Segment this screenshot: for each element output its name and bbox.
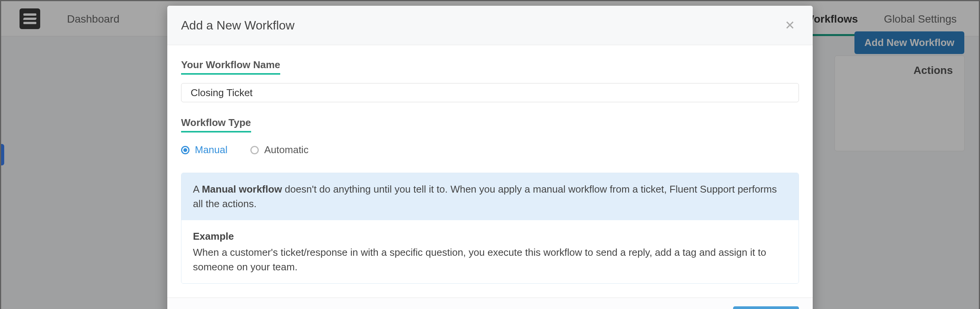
example-title: Example (193, 229, 787, 244)
workflow-type-label: Workflow Type (181, 117, 251, 132)
radio-manual[interactable]: Manual (181, 144, 227, 156)
modal-title: Add a New Workflow (181, 18, 294, 33)
radio-icon (181, 146, 189, 154)
workflow-name-label: Your Workflow Name (181, 59, 280, 75)
close-icon[interactable]: ✕ (781, 16, 799, 34)
workflow-type-radios: Manual Automatic (181, 144, 799, 156)
example-text: When a customer's ticket/response in wit… (193, 247, 766, 273)
info-box-description: A Manual workflow doesn't do anything un… (181, 173, 799, 220)
modal-footer: Continue (167, 298, 813, 309)
modal-header: Add a New Workflow ✕ (167, 6, 813, 45)
continue-button[interactable]: Continue (733, 306, 799, 309)
radio-automatic[interactable]: Automatic (250, 144, 309, 156)
workflow-name-input[interactable] (181, 83, 799, 102)
radio-icon (250, 146, 259, 154)
info-box-example: Example When a customer's ticket/respons… (181, 220, 799, 283)
radio-automatic-label: Automatic (264, 144, 309, 156)
info-prefix: A (193, 183, 202, 195)
modal-body: Your Workflow Name Workflow Type Manual … (167, 45, 813, 298)
info-bold: Manual workflow (202, 183, 282, 195)
info-box: A Manual workflow doesn't do anything un… (181, 173, 799, 284)
radio-manual-label: Manual (195, 144, 227, 156)
add-workflow-modal: Add a New Workflow ✕ Your Workflow Name … (167, 6, 813, 309)
